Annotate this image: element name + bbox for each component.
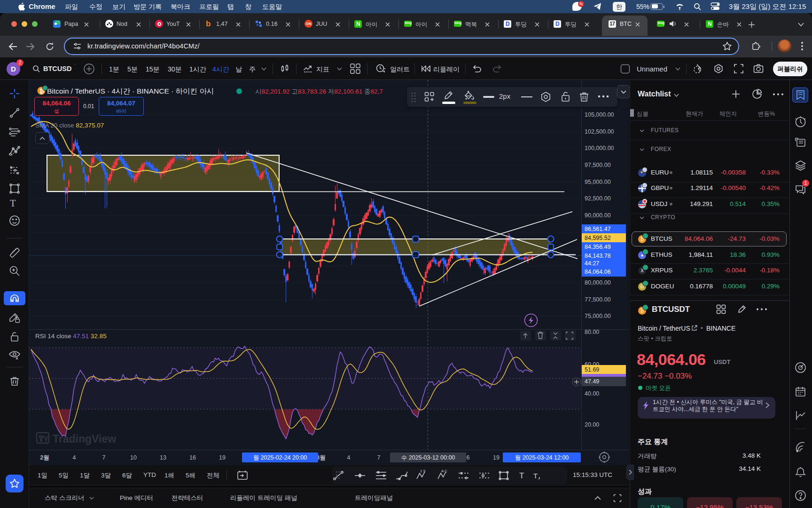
- svg-text:92,500.00: 92,500.00: [585, 195, 611, 202]
- svg-text:102,500.00: 102,500.00: [585, 128, 614, 135]
- svg-text:80.00: 80.00: [585, 329, 599, 335]
- svg-text:13: 13: [160, 454, 166, 461]
- svg-text:20.00: 20.00: [585, 421, 599, 428]
- svg-text:19: 19: [493, 454, 500, 461]
- svg-text:월 2025-03-24 12:00: 월 2025-03-24 12:00: [515, 454, 569, 461]
- svg-text:100,000.00: 100,000.00: [585, 145, 614, 151]
- svg-text:T: T: [533, 472, 538, 480]
- svg-text:1 5: 1 5: [420, 469, 426, 473]
- svg-text:6: 6: [467, 454, 470, 461]
- svg-text:84,143.78: 84,143.78: [585, 253, 611, 259]
- svg-text:RSI 14 close 47.51 32.85: RSI 14 close 47.51 32.85: [35, 333, 107, 340]
- svg-text:75,000.00: 75,000.00: [585, 313, 611, 319]
- svg-text:16: 16: [189, 454, 196, 461]
- svg-text:7: 7: [377, 454, 381, 461]
- svg-text:T: T: [519, 471, 524, 480]
- svg-text:97,500.00: 97,500.00: [585, 162, 611, 168]
- svg-text:Bitcoin / TetherUS · 4시간 · BIN: Bitcoin / TetherUS · 4시간 · BINANCE · 하이킨…: [47, 87, 214, 95]
- svg-text:84,595.52: 84,595.52: [585, 235, 611, 241]
- svg-text:51.69: 51.69: [585, 366, 599, 373]
- svg-text:10: 10: [130, 454, 137, 461]
- svg-text:시82,201.92 고83,783.26 저82,100.: 시82,201.92 고83,783.26 저82,100.61 종82,7: [255, 88, 383, 95]
- svg-text:월 2025-02-24 20:00: 월 2025-02-24 20:00: [253, 454, 307, 461]
- svg-text:84,356.49: 84,356.49: [585, 244, 611, 250]
- svg-text:95,000.00: 95,000.00: [585, 179, 611, 185]
- svg-text:84,064.06: 84,064.06: [585, 269, 611, 275]
- svg-text:80,000.00: 80,000.00: [585, 279, 611, 286]
- svg-text:44:27: 44:27: [585, 260, 599, 267]
- svg-text:2월: 2월: [40, 454, 49, 461]
- svg-text:4: 4: [73, 454, 76, 461]
- svg-text:86,561.47: 86,561.47: [585, 226, 611, 232]
- svg-text:40.00: 40.00: [585, 390, 599, 397]
- svg-text:SMA 20 close 82,375.07: SMA 20 close 82,375.07: [35, 122, 104, 129]
- svg-text:105,000.00: 105,000.00: [585, 111, 614, 118]
- svg-text:19: 19: [219, 454, 226, 461]
- svg-text:47.49: 47.49: [585, 378, 599, 385]
- svg-text:4: 4: [347, 454, 351, 461]
- svg-text:7: 7: [102, 454, 106, 461]
- svg-text:77,500.00: 77,500.00: [585, 296, 611, 303]
- svg-text:90,000.00: 90,000.00: [585, 212, 611, 219]
- svg-text:A C: A C: [441, 469, 447, 473]
- svg-text:수 2025-03-12 00:00: 수 2025-03-12 00:00: [401, 454, 455, 461]
